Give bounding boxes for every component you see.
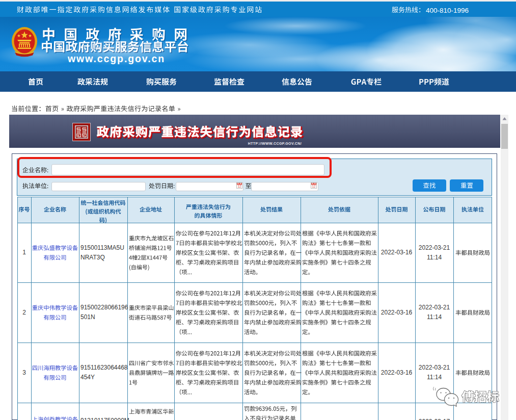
svg-text:12: 12 bbox=[237, 185, 241, 188]
svg-text:12: 12 bbox=[312, 185, 316, 188]
